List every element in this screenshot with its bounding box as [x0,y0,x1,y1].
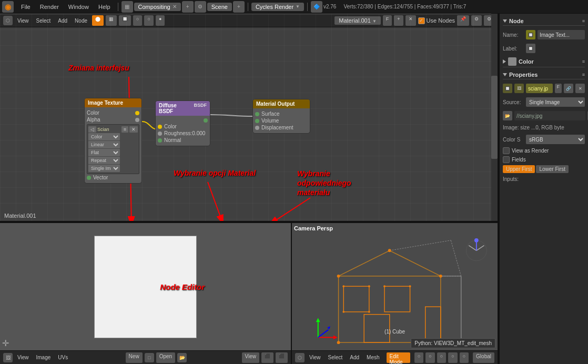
scene-tab[interactable]: Scene [207,3,232,11]
node-editor-area: ⬡ View Select Add Node ⬤ ▦ 🔲 ○ ○ ● Mater… [0,14,498,222]
svg-line-23 [318,330,328,338]
node-name-input[interactable] [538,30,585,39]
inputs-row: Inputs: [503,176,585,182]
view-btn[interactable]: View [242,352,260,363]
path-browse-icon[interactable]: 📂 [503,111,512,120]
texture-x-btn[interactable]: ✕ [129,126,138,133]
view-as-render-label: View as Render [512,148,549,154]
texture-proj-select[interactable]: Flat [88,149,120,156]
menu-file[interactable]: File [17,3,35,11]
image-editor-toolbar: 🖼 View Image UVs New □ Open 📂 View ⬛ ⬛ [0,350,291,364]
image-open-icon[interactable]: 📂 [177,353,187,362]
viewport-solid-btn[interactable]: ○ [414,352,423,363]
node-editor-scrollbar[interactable] [491,14,498,221]
image-x-icon[interactable]: ✕ [575,84,585,93]
viewport-icon[interactable]: ⬡ [295,353,305,362]
viewport-3d: Camera Persp [292,223,498,364]
workspace-tab-close[interactable]: ✕ [173,4,177,9]
add-workspace-icon[interactable]: + [182,1,194,13]
color-section-triangle [503,59,506,64]
menu-window[interactable]: Window [64,3,93,11]
node-section-options[interactable]: ≡ [582,18,585,24]
socket-roughness-dot [158,132,162,136]
socket-volume-dot [255,119,259,123]
svg-line-8 [390,250,441,276]
image-browse-icon[interactable]: 🔲 [503,84,512,93]
render-engine-tab[interactable]: Cycles Render ▼ [251,3,304,11]
blender-logo-icon[interactable]: ◉ [2,1,14,13]
node-canvas[interactable]: Zmiana interfejsu Wybranie opcji Materia… [0,14,498,221]
texture-color-select[interactable]: Color [88,133,120,140]
viewport-wire-btn[interactable]: ○ [425,352,434,363]
global-local-btn[interactable]: Global [473,352,494,363]
texture-ext-select[interactable]: Repeat [88,157,120,164]
texture-interp-select[interactable]: Linear [88,141,120,148]
texture-prev-btn[interactable]: ◁ [88,126,96,133]
texture-row-interp: Linear [88,141,138,148]
viewport-3d-canvas[interactable]: Camera Persp [292,223,498,350]
view-extra2-btn[interactable]: ⬛ [276,352,288,363]
main-layout: ⬡ View Select Add Node ⬤ ▦ 🔲 ○ ○ ● Mater… [0,14,588,364]
node-name-icon-btn[interactable]: 🔲 [526,30,535,39]
render-engine-label: Cycles Render [256,4,293,10]
image-f-btn[interactable]: F [555,84,562,93]
image-file-row: 🔲 🖼 F 🔗 ✕ [503,84,585,93]
image-new-btn[interactable]: New [126,352,143,363]
socket-diffuse-color-dot [158,125,162,129]
upper-lower-btn-group: Upper First Lower First [503,165,585,173]
image-new-icon[interactable]: □ [145,353,154,362]
viewport-material-btn[interactable]: ○ [448,352,457,363]
color-section-options[interactable]: ≡ [582,59,585,64]
texture-source-select[interactable]: Single Image [88,165,120,172]
lower-first-btn[interactable]: Lower First [536,165,568,173]
viewport-render-btn[interactable]: ○ [460,352,469,363]
image-name-input[interactable] [526,84,553,93]
workspace-tab-compositing[interactable]: Compositing ✕ [134,3,181,11]
image-menu-uvs[interactable]: UVs [55,353,70,361]
image-editor-panel: Node Editor ✛ 🖼 View Image UVs New □ Ope… [0,223,292,364]
viewport-menu-add[interactable]: Add [347,353,362,361]
image-editor-type-icon[interactable]: 🖼 [3,353,13,362]
svg-point-27 [337,341,340,344]
properties-section-options[interactable]: ≡ [582,72,585,77]
viewport-menu-mesh[interactable]: Mesh [364,353,382,361]
view-as-render-checkbox[interactable]: View as Render [503,147,585,154]
image-link-icon[interactable]: 🔗 [564,84,573,93]
texture-browse-btn[interactable]: ≡ [121,126,128,133]
source-select[interactable]: Single Image [526,97,585,107]
add-scene-icon[interactable]: + [233,1,245,13]
view-extra-btn[interactable]: ⬛ [261,352,273,363]
viewport-texture-btn[interactable]: ○ [437,352,446,363]
node-diffuse-bsdf[interactable]: Diffuse BSDF BSDF Color Roug [155,100,210,146]
path-input[interactable] [514,111,585,120]
image-menu-image[interactable]: Image [34,353,54,361]
upper-first-btn[interactable]: Upper First [503,165,535,173]
fields-check[interactable] [503,156,510,163]
color-section-title-text: Color [519,58,534,65]
svg-point-32 [342,311,344,313]
menu-render[interactable]: Render [36,3,63,11]
scrollbar-thumb[interactable] [491,76,498,159]
cursor-indicator: ✛ [2,338,9,348]
image-open-btn[interactable]: Open [156,352,175,363]
image-preview-icon[interactable]: 🖼 [514,84,524,93]
socket-diffuse-color-in: Color [158,123,208,130]
image-editor-canvas[interactable]: Node Editor ✛ [0,223,291,350]
viewport-menu-view[interactable]: View [307,353,323,361]
edit-mode-btn[interactable]: Edit Mode [387,352,410,363]
viewport-menu-select[interactable]: Select [326,353,346,361]
fields-checkbox[interactable]: Fields [503,156,585,163]
screen-layout-icon[interactable]: ▦ [121,1,133,13]
node-diffuse-title: Diffuse BSDF [159,103,192,114]
node-label-icon-btn[interactable]: 🔲 [526,44,535,53]
color-space-select[interactable]: sRGB [526,135,585,144]
node-image-texture[interactable]: Image Texture Color Alpha [84,98,142,184]
node-material-output[interactable]: Material Output Surface Volume [252,99,310,134]
render-settings-icon[interactable]: ⚙ [195,1,206,13]
node-image-texture-header: Image Texture [85,98,141,107]
image-menu-view[interactable]: View [15,353,32,361]
properties-section-triangle [503,73,507,76]
view-as-render-check[interactable] [503,147,510,154]
menu-help[interactable]: Help [94,3,115,11]
node-section-title-text: Node [509,18,524,24]
